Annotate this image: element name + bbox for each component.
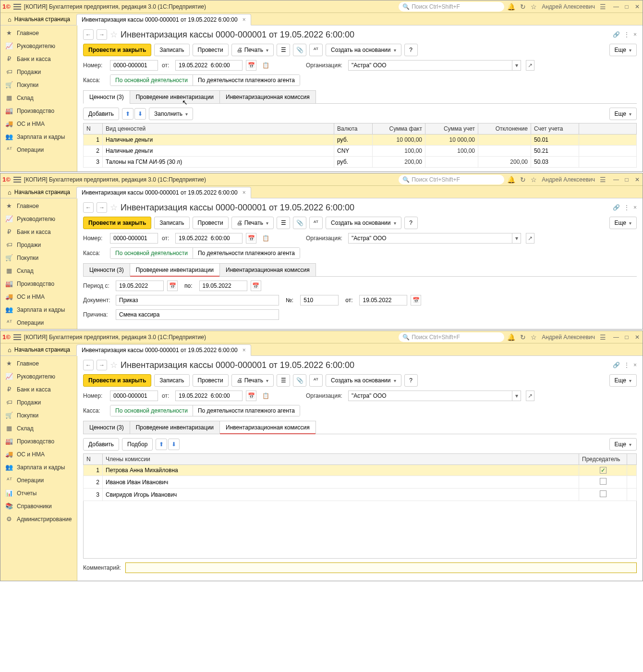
sidebar-item[interactable]: 🚚ОС и НМА — [0, 290, 77, 303]
close-button[interactable]: ✕ — [634, 3, 641, 10]
table-row[interactable]: 1Петрова Анна Михайловна✓ — [84, 465, 637, 476]
help-button[interactable]: ? — [404, 44, 418, 56]
more-button[interactable]: Еще▾ — [609, 374, 637, 387]
tab-more-button[interactable]: Еще▾ — [609, 438, 637, 451]
fill-button[interactable]: Заполнить▾ — [149, 108, 193, 120]
document-input[interactable] — [116, 295, 279, 305]
tab-close-icon[interactable]: × — [243, 16, 246, 23]
move-down-button[interactable]: ⬇ — [134, 108, 146, 120]
subtab-comm[interactable]: Инвентаризационная комиссия — [219, 90, 316, 104]
org-open-icon[interactable]: ↗ — [526, 60, 534, 71]
move-up-button[interactable]: ⬆ — [122, 108, 133, 120]
period-to-input[interactable] — [199, 281, 247, 291]
chairman-checkbox[interactable] — [600, 478, 607, 485]
values-table[interactable]: N Вид ценностей Валюта Сумма факт Сумма … — [83, 123, 637, 168]
subtab-proc[interactable]: Проведение инвентаризации — [130, 263, 220, 277]
sidebar-item[interactable]: 🏷Продажи — [0, 65, 77, 78]
pick-button[interactable]: Подбор — [122, 438, 153, 451]
sidebar-item[interactable]: 🛒Покупки — [0, 78, 77, 91]
sidebar-item[interactable]: 📊Отчеты — [0, 487, 77, 500]
subtab-comm[interactable]: Инвентаризационная комиссия — [219, 421, 316, 434]
agent-activity-toggle[interactable]: По деятельности платежного агента — [193, 75, 300, 86]
search-box[interactable]: 🔍 Поиск Ctrl+Shift+F — [399, 175, 504, 184]
link-icon[interactable]: 🔗 — [613, 31, 620, 38]
sidebar-item[interactable]: 🏷Продажи — [0, 396, 77, 409]
period-from-input[interactable] — [116, 281, 164, 291]
tab-document[interactable]: Инвентаризация кассы 0000-000001 от 19.0… — [76, 344, 251, 356]
status-icon[interactable]: 📋 — [262, 62, 269, 69]
calendar-icon[interactable]: 📅 — [246, 60, 256, 71]
org-input[interactable] — [349, 61, 512, 70]
sidebar-item[interactable]: ▦Склад — [0, 91, 77, 104]
history-icon[interactable]: ↻ — [520, 3, 526, 11]
save-button[interactable]: Записать — [154, 217, 189, 229]
sidebar-item[interactable]: ₽Банк и касса — [0, 383, 77, 396]
add-button[interactable]: Добавить — [83, 438, 119, 451]
sidebar-item[interactable]: ★Главное — [0, 199, 77, 212]
sidebar-item[interactable]: 🛒Покупки — [0, 251, 77, 264]
sidebar-item[interactable]: ▦Склад — [0, 264, 77, 277]
table-row[interactable]: 2Иванов Иван Иванович — [84, 476, 637, 489]
sidebar-item[interactable]: ᴬᵀОперации — [0, 143, 77, 156]
post-and-close-button[interactable]: Провести и закрыть — [83, 374, 151, 387]
main-activity-toggle[interactable]: По основной деятельности — [110, 75, 193, 86]
save-button[interactable]: Записать — [154, 44, 189, 56]
maximize-button[interactable]: □ — [623, 3, 630, 10]
star-icon[interactable]: ☆ — [531, 3, 537, 11]
table-row[interactable]: 2Наличные деньгиCNY100,00100,0050.21 — [84, 146, 637, 157]
post-button[interactable]: Провести — [193, 44, 229, 56]
debit-credit-button[interactable]: ᴬᵀ — [309, 44, 323, 56]
post-button[interactable]: Провести — [193, 374, 229, 387]
tab-more-button[interactable]: Еще▾ — [609, 108, 637, 120]
menu-icon[interactable] — [13, 177, 21, 183]
org-dropdown-icon[interactable]: ▾ — [512, 61, 521, 70]
table-row[interactable]: 3Талоны на ГСМ АИ-95 (30 л)руб.200,00200… — [84, 157, 637, 168]
subtab-values[interactable]: Ценности (3) — [83, 90, 130, 104]
favorite-icon[interactable]: ☆ — [110, 29, 118, 40]
date-input[interactable] — [175, 60, 243, 71]
sidebar-item[interactable]: 📈Руководителю — [0, 39, 77, 52]
create-based-button[interactable]: Создать на основании▾ — [326, 44, 401, 56]
minimize-button[interactable]: — — [613, 3, 619, 10]
sidebar-item[interactable]: 📈Руководителю — [0, 212, 77, 225]
sidebar-item[interactable]: 📚Справочники — [0, 500, 77, 513]
sidebar-item[interactable]: ₽Банк и касса — [0, 52, 77, 65]
more-button[interactable]: Еще▾ — [609, 217, 637, 229]
commission-table[interactable]: N Члены комиссии Председатель 1Петрова А… — [83, 453, 637, 501]
sidebar-item[interactable]: 🛒Покупки — [0, 409, 77, 422]
tab-home[interactable]: ⌂Начальная страница — [2, 344, 75, 355]
move-down-button[interactable]: ⬇ — [168, 439, 180, 450]
sidebar-item[interactable]: ▦Склад — [0, 422, 77, 435]
search-box[interactable]: 🔍 Поиск Ctrl+Shift+F — [399, 2, 504, 12]
attach-icon-button[interactable]: 📎 — [293, 44, 306, 56]
doc-date-input[interactable] — [359, 295, 407, 305]
print-button[interactable]: 🖨 Печать▾ — [231, 44, 274, 56]
tab-home[interactable]: ⌂Начальная страница — [2, 13, 75, 25]
add-button[interactable]: Добавить — [83, 108, 119, 120]
user-label[interactable]: Андрей Алексеевич — [542, 3, 595, 10]
sidebar-item[interactable]: 🚚ОС и НМА — [0, 448, 77, 461]
sidebar-item[interactable]: ★Главное — [0, 26, 77, 39]
doc-number-input[interactable] — [300, 295, 339, 305]
nav-back[interactable]: ← — [83, 29, 94, 40]
menu-icon[interactable] — [13, 4, 21, 10]
save-button[interactable]: Записать — [154, 374, 189, 387]
subtab-values[interactable]: Ценности (3) — [83, 421, 130, 434]
sidebar-item[interactable]: 👥Зарплата и кадры — [0, 461, 77, 474]
table-row[interactable]: 3Свиридов Игорь Иванович — [84, 489, 637, 501]
sidebar-item[interactable]: 🏭Производство — [0, 435, 77, 448]
sidebar-item[interactable]: 👥Зарплата и кадры — [0, 130, 77, 143]
sidebar-item[interactable]: ★Главное — [0, 357, 77, 370]
settings-icon[interactable]: ☰ — [600, 3, 606, 11]
chairman-checkbox[interactable]: ✓ — [600, 467, 607, 474]
tab-document[interactable]: Инвентаризация кассы 0000-000001 от 19.0… — [76, 14, 251, 25]
sidebar-item[interactable]: 🏭Производство — [0, 104, 77, 117]
create-based-button[interactable]: Создать на основании▾ — [326, 374, 401, 387]
close-icon[interactable]: × — [633, 31, 637, 38]
move-up-button[interactable]: ⬆ — [156, 439, 167, 450]
sidebar-item[interactable]: 👥Зарплата и кадры — [0, 303, 77, 316]
post-button[interactable]: Провести — [193, 217, 229, 229]
tab-home[interactable]: ⌂Начальная страница — [2, 186, 75, 198]
reason-input[interactable] — [116, 309, 279, 320]
bell-icon[interactable]: 🔔 — [507, 3, 515, 11]
